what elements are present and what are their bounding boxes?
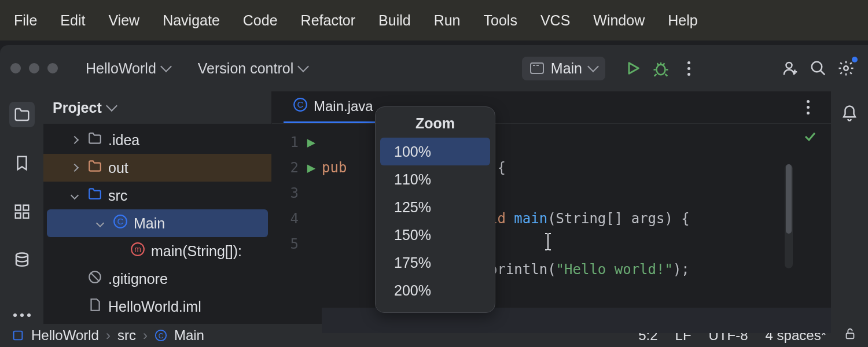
- zoom-option-150[interactable]: 150%: [380, 221, 490, 249]
- chevron-down-icon: [71, 191, 79, 200]
- breadcrumb-separator-icon: ›: [143, 327, 148, 344]
- tree-item-idea[interactable]: .idea: [43, 126, 271, 154]
- run-button[interactable]: [621, 57, 645, 80]
- application-menubar: File Edit View Navigate Code Refactor Bu…: [0, 0, 868, 40]
- tree-item-iml[interactable]: HelloWorld.iml: [43, 293, 271, 320]
- chevron-down-icon: [160, 61, 172, 72]
- bookmark-icon: [13, 154, 31, 172]
- method-icon: m: [130, 242, 145, 260]
- chevron-down-icon: [297, 61, 309, 72]
- svg-rect-16: [14, 331, 23, 340]
- settings-button[interactable]: [834, 57, 858, 80]
- bookmarks-tool-button[interactable]: [9, 150, 35, 176]
- tree-label: src: [108, 187, 127, 204]
- readonly-toggle[interactable]: [844, 327, 856, 344]
- vcs-label: Version control: [198, 60, 293, 77]
- tree-label: HelloWorld.iml: [108, 298, 201, 315]
- menu-vcs[interactable]: VCS: [529, 12, 582, 29]
- zoom-popup: Zoom 100% 110% 125% 150% 175% 200%: [375, 106, 495, 313]
- tree-item-src[interactable]: src: [43, 182, 271, 209]
- menu-help[interactable]: Help: [656, 12, 709, 29]
- breadcrumb-root[interactable]: HelloWorld: [31, 327, 99, 344]
- minimize-icon[interactable]: [29, 63, 39, 73]
- svg-text:C: C: [159, 332, 164, 340]
- menu-navigate[interactable]: Navigate: [151, 12, 231, 29]
- left-tool-rail: [0, 91, 43, 324]
- tree-item-main-class[interactable]: C Main: [47, 209, 268, 237]
- zoom-option-125[interactable]: 125%: [380, 193, 490, 221]
- notifications-button[interactable]: [838, 102, 861, 125]
- breadcrumb-separator-icon: ›: [106, 327, 111, 344]
- database-tool-button[interactable]: [9, 248, 35, 273]
- inspection-ok-icon[interactable]: [803, 130, 817, 147]
- svg-point-2: [812, 62, 822, 72]
- project-tool-button[interactable]: [9, 102, 35, 127]
- chevron-down-icon: [106, 100, 117, 112]
- svg-rect-5: [23, 205, 28, 211]
- search-everywhere-button[interactable]: [807, 57, 830, 80]
- navigation-breadcrumb[interactable]: HelloWorld › src › C Main: [12, 327, 204, 344]
- close-icon[interactable]: [10, 63, 21, 73]
- menu-tools[interactable]: Tools: [472, 12, 529, 29]
- chevron-down-icon: [587, 61, 599, 72]
- maximize-icon[interactable]: [47, 63, 58, 73]
- right-tool-rail: [831, 91, 868, 324]
- project-panel-header[interactable]: Project: [43, 91, 271, 124]
- zoom-popup-title: Zoom: [376, 115, 495, 132]
- run-gutter: ▶ ▶: [301, 124, 322, 347]
- run-config-label: Main: [551, 60, 582, 77]
- application-icon: [530, 62, 544, 74]
- vcs-selector[interactable]: Version control: [192, 60, 313, 77]
- more-tools-button[interactable]: [13, 313, 31, 317]
- tree-label: .idea: [108, 132, 139, 149]
- menu-edit[interactable]: Edit: [49, 12, 97, 29]
- project-tree[interactable]: .idea out src C Main m main(String[]):: [43, 124, 271, 320]
- zoom-option-110[interactable]: 110%: [380, 165, 490, 193]
- svg-point-3: [844, 66, 848, 71]
- breadcrumb-folder[interactable]: src: [117, 327, 136, 344]
- folder-icon: [87, 158, 102, 177]
- tab-main-java[interactable]: C Main.java: [284, 91, 382, 123]
- run-line-icon[interactable]: ▶: [301, 130, 322, 155]
- tree-item-out[interactable]: out: [43, 154, 271, 182]
- window-controls[interactable]: [10, 63, 58, 73]
- menu-window[interactable]: Window: [582, 12, 656, 29]
- code-with-me-button[interactable]: [779, 57, 802, 80]
- class-icon: C: [113, 214, 128, 232]
- tab-actions-button[interactable]: [796, 96, 819, 119]
- project-sidebar: Project .idea out src C Mai: [43, 91, 272, 324]
- scrollbar-thumb[interactable]: [786, 164, 792, 234]
- more-actions-button[interactable]: [677, 57, 700, 80]
- svg-text:m: m: [134, 245, 141, 254]
- chevron-right-icon: [71, 136, 79, 144]
- run-line-icon[interactable]: ▶: [301, 155, 322, 180]
- project-selector[interactable]: HelloWorld: [80, 60, 176, 77]
- run-configuration-selector[interactable]: Main: [522, 57, 605, 80]
- menu-file[interactable]: File: [2, 12, 49, 29]
- breadcrumb-file[interactable]: Main: [174, 327, 204, 344]
- tree-item-main-method[interactable]: m main(String[]):: [43, 237, 271, 265]
- menu-view[interactable]: View: [97, 12, 151, 29]
- file-icon: [87, 297, 102, 316]
- svg-text:C: C: [117, 216, 124, 226]
- tab-label: Main.java: [314, 98, 373, 115]
- class-icon: C: [293, 97, 308, 116]
- zoom-option-200[interactable]: 200%: [380, 276, 490, 304]
- menu-code[interactable]: Code: [231, 12, 289, 29]
- zoom-option-175[interactable]: 175%: [380, 249, 490, 276]
- editor-scrollbar[interactable]: [785, 164, 793, 268]
- tree-item-gitignore[interactable]: .gitignore: [43, 265, 271, 293]
- folder-icon: [87, 131, 102, 149]
- debug-button[interactable]: [649, 57, 672, 80]
- class-icon: C: [155, 329, 167, 342]
- zoom-option-100[interactable]: 100%: [380, 138, 490, 165]
- structure-tool-button[interactable]: [9, 199, 35, 224]
- structure-icon: [13, 203, 31, 220]
- gitignore-icon: [87, 270, 102, 288]
- menu-run[interactable]: Run: [422, 12, 472, 29]
- line-number-gutter: 1 2 3 4 5: [272, 124, 301, 347]
- project-name-label: HelloWorld: [86, 60, 156, 77]
- menu-build[interactable]: Build: [367, 12, 422, 29]
- menu-refactor[interactable]: Refactor: [289, 12, 367, 29]
- svg-rect-6: [15, 213, 20, 219]
